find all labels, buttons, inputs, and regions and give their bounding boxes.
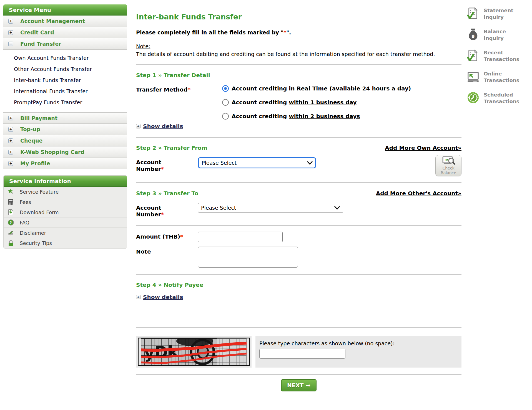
fund-transfer-submenu: Own Account Funds Transfer Other Account… [3, 50, 127, 112]
captcha-input[interactable] [259, 349, 345, 359]
page-title: Inter-bank Funds Transfer [136, 13, 461, 21]
expand-icon[interactable] [8, 19, 13, 24]
radio-option-real-time[interactable]: Account crediting in Real Time (availabl… [222, 85, 461, 92]
sidebar-item-bill-payment[interactable]: Bill Payment [3, 112, 127, 124]
divider [136, 64, 461, 65]
expand-icon[interactable] [8, 161, 13, 166]
disclaimer-icon [7, 229, 14, 236]
quick-link-balance-inquiry[interactable]: ฿ BalanceInquiry [466, 28, 531, 42]
instruction-text: Please completely fill in all the fields… [136, 29, 461, 36]
captcha-prompt: Please type characters as shown below (n… [259, 340, 461, 346]
expand-icon[interactable] [8, 138, 13, 143]
recent-transactions-icon [466, 49, 480, 62]
expand-icon[interactable] [8, 116, 13, 120]
sidebar-item-service-feature[interactable]: Service Feature [4, 187, 127, 197]
amount-input[interactable] [198, 232, 283, 242]
sidebar-item-download-form[interactable]: Download Form [4, 207, 127, 217]
note-field-label: Note [136, 247, 198, 255]
lock-icon [7, 240, 14, 247]
service-information-panel: Service Information Service Feature Fees… [3, 175, 127, 249]
step3-heading: Step 3 » Transfer To [136, 190, 198, 197]
quick-link-recent-transactions[interactable]: RecentTransactions [466, 49, 531, 63]
sidebar-item-my-profile[interactable]: My Profile [3, 158, 127, 169]
note-text: The details of account debiting and cred… [136, 50, 461, 58]
svg-text:e: e [445, 157, 448, 162]
note-label: Note: [136, 43, 461, 49]
radio-option-2-business-days[interactable]: Account crediting within 2 business days [222, 113, 461, 120]
account-from-select[interactable]: Please Select [198, 157, 316, 168]
svg-text:yDk: yDk [144, 342, 179, 362]
sidebar-item-disclaimer[interactable]: Disclaimer [4, 228, 127, 238]
required-asterisk: * [161, 166, 164, 172]
radio-unselected-icon[interactable] [222, 99, 229, 106]
star-icon [7, 188, 14, 195]
required-asterisk: * [180, 233, 183, 240]
required-asterisk: * [283, 29, 286, 36]
sidebar-item-fund-transfer[interactable]: Fund Transfer [3, 38, 127, 50]
add-more-others-account-link[interactable]: Add More Other's Account» [376, 190, 461, 197]
expand-icon[interactable] [8, 127, 13, 132]
quick-link-online-transactions[interactable]: OnlineTransactions [466, 70, 531, 84]
radio-unselected-icon[interactable] [222, 113, 229, 120]
svg-text:?: ? [10, 221, 12, 225]
show-details-link[interactable]: Show details [143, 123, 183, 130]
step1-show-details[interactable]: Show details [136, 123, 461, 130]
expand-icon[interactable] [8, 30, 13, 35]
arrow-right-icon: → [306, 380, 310, 391]
balance-inquiry-icon: ฿ [466, 28, 480, 41]
sidebar-item-kweb-shopping-card[interactable]: K-Web Shopping Card [3, 146, 127, 158]
calculator-icon [7, 199, 14, 205]
sidebar-item-cheque[interactable]: Cheque [3, 135, 127, 146]
account-from-select-wrap: Please Select [198, 157, 316, 168]
expand-icon[interactable] [136, 295, 140, 299]
captcha-section: yDk Please type characters as shown belo… [136, 336, 461, 368]
scheduled-transactions-icon [466, 91, 480, 104]
check-balance-icon: e [441, 156, 456, 166]
quick-links-panel: StatementInquiry ฿ BalanceInquiry Recent… [466, 7, 531, 112]
divider [136, 225, 461, 226]
note-textarea[interactable] [198, 247, 298, 268]
sidebar-item-account-management[interactable]: Account Management [3, 16, 127, 27]
required-asterisk: * [161, 211, 164, 218]
sidebar-item-international-funds-transfer[interactable]: International Funds Transfer [3, 86, 127, 97]
divider [136, 374, 461, 375]
check-balance-button[interactable]: e Check Balance [435, 155, 461, 176]
main-content: Inter-bank Funds Transfer Please complet… [136, 13, 461, 391]
expand-icon[interactable] [8, 150, 13, 155]
quick-link-statement-inquiry[interactable]: StatementInquiry [466, 7, 531, 21]
note-block: Note: The details of account debiting an… [136, 43, 461, 58]
download-icon [7, 209, 14, 216]
sidebar-item-promptpay-funds-transfer[interactable]: PromptPay Funds Transfer [3, 97, 127, 108]
sidebar-item-security-tips[interactable]: Security Tips [4, 238, 127, 248]
sidebar-item-inter-bank-funds-transfer[interactable]: Inter-bank Funds Transfer [3, 75, 127, 86]
service-menu-header: Service Menu [3, 4, 127, 16]
step4-show-details[interactable]: Show details [136, 294, 461, 300]
collapse-icon[interactable] [8, 42, 13, 46]
sidebar-item-top-up[interactable]: Top-up [3, 124, 127, 135]
sidebar-item-other-account-funds-transfer[interactable]: Other Account Funds Transfer [3, 64, 127, 75]
sidebar-item-own-account-funds-transfer[interactable]: Own Account Funds Transfer [3, 52, 127, 64]
account-to-select[interactable]: Please Select [198, 203, 343, 213]
account-to-select-wrap: Please Select [198, 203, 343, 213]
question-icon: ? [7, 219, 14, 226]
sidebar-item-fees[interactable]: Fees [4, 197, 127, 207]
step1-heading: Step 1 » Transfer Detail [136, 72, 461, 79]
radio-option-1-business-day[interactable]: Account crediting within 1 business day [222, 99, 461, 106]
sidebar-item-credit-card[interactable]: Credit Card [3, 27, 127, 38]
captcha-image: yDk [138, 338, 250, 366]
service-information-header: Service Information [4, 176, 127, 187]
radio-selected-icon[interactable] [222, 85, 229, 92]
amount-label: Amount (THB)* [136, 232, 198, 240]
sidebar-item-faq[interactable]: ? FAQ [4, 217, 127, 228]
show-details-link[interactable]: Show details [143, 294, 183, 300]
expand-icon[interactable] [136, 124, 140, 128]
next-button[interactable]: NEXT → [281, 379, 317, 391]
statement-inquiry-icon [466, 7, 480, 20]
required-asterisk: * [187, 86, 190, 93]
divider [136, 274, 461, 275]
quick-link-scheduled-transactions[interactable]: ScheduledTransactions [466, 91, 531, 105]
service-menu-panel: Service Menu Account Management Credit C… [3, 4, 127, 249]
account-number-to-label: Account Number* [136, 203, 198, 218]
add-more-own-account-link[interactable]: Add More Own Account» [385, 145, 461, 151]
divider [136, 327, 461, 328]
